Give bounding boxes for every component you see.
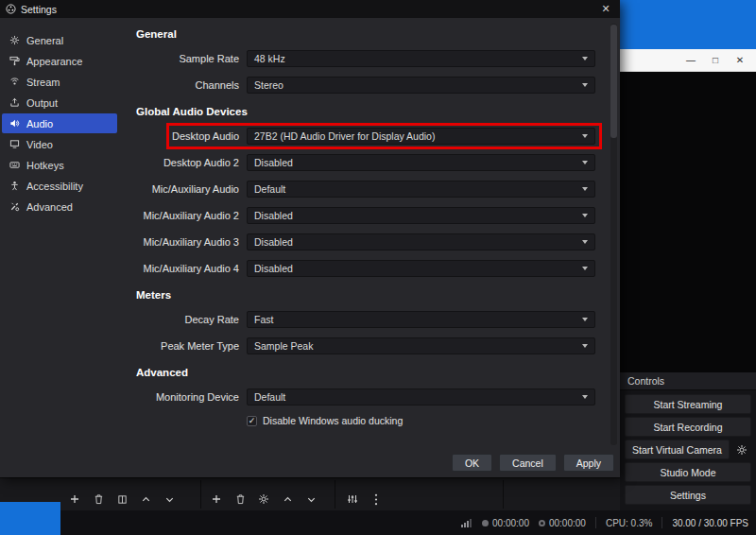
section-advanced: Advanced Monitoring Device Default Disab… [136, 366, 595, 426]
mic-auxiliary-audio-2-dropdown[interactable]: Disabled [247, 207, 595, 224]
apply-button[interactable]: Apply [563, 454, 614, 472]
sidebar-item-label: Stream [26, 77, 60, 88]
setting-label: Mic/Auxiliary Audio 2 [136, 207, 239, 224]
monitoring-device-dropdown[interactable]: Default [247, 388, 595, 406]
setting-label: Sample Rate [136, 50, 239, 67]
chevron-down-icon [582, 83, 588, 87]
paint-roller-icon [9, 56, 20, 66]
desktop-background-top [620, 0, 756, 49]
move-down-button[interactable] [163, 492, 176, 506]
cancel-button[interactable]: Cancel [499, 454, 557, 472]
sidebar-item-output[interactable]: Output [2, 93, 117, 112]
start-recording-button[interactable]: Start Recording [625, 417, 751, 437]
obs-preview-area [620, 72, 756, 372]
close-button[interactable]: ✕ [728, 55, 752, 65]
sidebar-item-video[interactable]: Video [2, 134, 117, 154]
dropdown-value: Sample Peak [254, 340, 313, 352]
more-options-kebab-button[interactable] [369, 492, 383, 506]
keyboard-icon [9, 160, 20, 170]
dialog-scrollbar[interactable] [610, 24, 617, 445]
chevron-down-icon [582, 57, 588, 60]
sidebar-item-accessibility[interactable]: Accessibility [2, 176, 117, 196]
dropdown-value: 27B2 (HD Audio Driver for Display Audio) [254, 130, 435, 142]
mic-auxiliary-audio-3-dropdown[interactable]: Disabled [247, 233, 595, 250]
section-title: Advanced [136, 366, 595, 379]
broadcast-icon [9, 77, 20, 87]
move-up-button[interactable] [139, 492, 152, 506]
desktop-background-bottom [0, 502, 60, 535]
sources-toolbar [68, 492, 176, 506]
studio-mode-button[interactable]: Studio Mode [625, 462, 751, 482]
settings-sidebar: General Appearance Stream Output Audio [0, 18, 119, 477]
dock-divider [200, 480, 201, 509]
rec-timer: 00:00:00 [482, 518, 529, 528]
setting-label: Peak Meter Type [136, 337, 239, 354]
desktop-audio-dropdown[interactable]: 27B2 (HD Audio Driver for Display Audio) [247, 128, 595, 145]
scenes-toolbar [210, 492, 318, 506]
chevron-down-icon [582, 214, 588, 217]
dock-divider [335, 480, 335, 509]
sidebar-item-audio[interactable]: Audio [2, 113, 117, 133]
remove-source-button[interactable] [92, 492, 105, 506]
sidebar-item-stream[interactable]: Stream [2, 72, 117, 92]
sidebar-item-label: Output [26, 97, 58, 109]
channels-dropdown[interactable]: Stereo [247, 77, 595, 94]
dropdown-value: Disabled [254, 157, 293, 168]
start-streaming-button[interactable]: Start Streaming [625, 394, 751, 414]
controls-dock: Controls Start Streaming Start Recording… [620, 372, 756, 510]
scrollbar-thumb[interactable] [610, 25, 617, 138]
sidebar-item-label: Accessibility [26, 181, 83, 192]
stream-dot-icon [539, 520, 545, 526]
dropdown-value: Disabled [254, 236, 293, 248]
start-virtual-camera-button[interactable]: Start Virtual Camera [625, 440, 730, 459]
disable-audio-ducking-checkbox[interactable] [247, 416, 257, 426]
decay-rate-dropdown[interactable]: Fast [247, 311, 595, 328]
gear-icon [736, 444, 747, 456]
chevron-down-icon [582, 187, 588, 191]
sample-rate-dropdown[interactable]: 48 kHz [247, 50, 595, 67]
status-separator [662, 517, 662, 528]
sidebar-item-hotkeys[interactable]: Hotkeys [2, 155, 117, 175]
section-global-audio-devices: Global Audio Devices Desktop Audio 27B2 … [136, 105, 595, 277]
setting-row: Desktop Audio 2 Disabled [136, 154, 595, 171]
dropdown-value: Disabled [254, 263, 293, 274]
ok-button[interactable]: OK [452, 454, 492, 472]
fps-indicator: 30.00 / 30.00 FPS [672, 518, 748, 528]
mic-auxiliary-audio-dropdown[interactable]: Default [247, 181, 595, 198]
background-window-titlebar: — □ ✕ [620, 49, 756, 72]
move-down-button[interactable] [304, 492, 318, 506]
settings-button[interactable]: Settings [625, 485, 751, 505]
sidebar-item-general[interactable]: General [2, 30, 117, 50]
stream-timer: 00:00:00 [539, 518, 586, 528]
setting-row: Monitoring Device Default [136, 388, 595, 406]
source-properties-button[interactable] [115, 492, 129, 506]
sidebar-item-appearance[interactable]: Appearance [2, 51, 117, 71]
properties-gear-button[interactable] [257, 492, 270, 506]
setting-row: Mic/Auxiliary Audio Default [136, 181, 595, 198]
dialog-close-button[interactable]: ✕ [597, 3, 614, 15]
mic-auxiliary-audio-4-dropdown[interactable]: Disabled [247, 260, 595, 277]
checkbox-label: Disable Windows audio ducking [263, 415, 403, 426]
dialog-title: Settings [21, 4, 57, 15]
minimize-button[interactable]: — [679, 55, 703, 65]
setting-label: Decay Rate [136, 311, 239, 328]
maximize-button[interactable]: □ [703, 55, 728, 65]
setting-label: Mic/Auxiliary Audio [136, 181, 239, 198]
add-button[interactable] [210, 492, 223, 506]
setting-label: Desktop Audio 2 [136, 154, 239, 171]
remove-button[interactable] [233, 492, 247, 506]
peak-meter-type-dropdown[interactable]: Sample Peak [247, 337, 595, 354]
virtual-camera-config-button[interactable] [732, 440, 751, 459]
bottom-dock [0, 477, 620, 510]
desktop-audio-2-dropdown[interactable]: Disabled [247, 154, 595, 171]
section-title: Global Audio Devices [136, 105, 595, 118]
chevron-down-icon [582, 267, 588, 270]
sidebar-item-advanced[interactable]: Advanced [2, 197, 117, 216]
add-source-button[interactable] [68, 492, 81, 506]
mixer-sliders-button[interactable] [346, 492, 359, 506]
setting-label: Mic/Auxiliary Audio 3 [136, 233, 239, 250]
speaker-icon [9, 118, 20, 129]
controls-dock-title: Controls [620, 372, 756, 390]
move-up-button[interactable] [281, 492, 294, 506]
sidebar-item-label: General [26, 35, 63, 46]
